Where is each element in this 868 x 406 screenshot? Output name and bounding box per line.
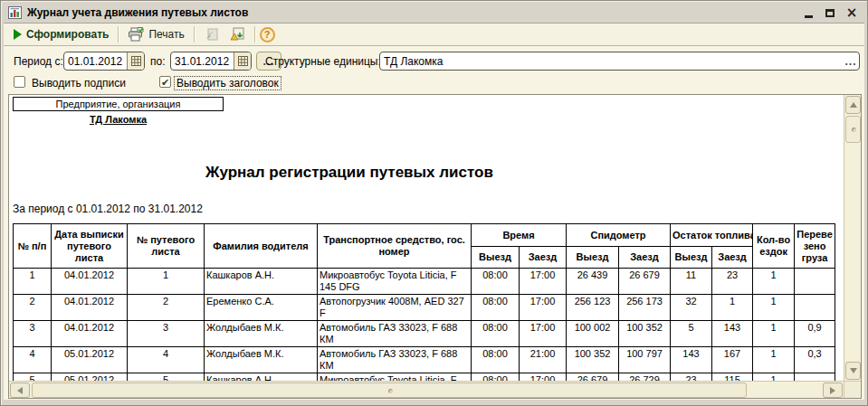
table-row: 405.01.20124Жолдыбаев М.К.Автомобиль ГАЗ…: [14, 347, 835, 373]
print-button[interactable]: Печать: [123, 25, 188, 43]
units-more-button[interactable]: ...: [843, 52, 859, 70]
scrollbar-corner: [844, 381, 861, 398]
table-row: 304.01.20123Жолдыбаев М.К.Автомобиль ГАЗ…: [14, 321, 835, 347]
calendar-grid-icon: [238, 56, 248, 66]
period-to-field[interactable]: [170, 52, 252, 71]
report-window-icon: [8, 6, 22, 19]
toolbar-separator: [254, 26, 255, 42]
table-cell: 3: [14, 321, 52, 347]
period-from-label: Период с:: [14, 55, 63, 68]
table-cell: Жолдыбаев М.К.: [205, 347, 318, 373]
vertical-scrollbar[interactable]: [844, 95, 861, 381]
maximize-button[interactable]: [824, 6, 836, 19]
table-cell: 2: [14, 295, 52, 321]
table-cell: 04.01.2012: [52, 269, 128, 295]
header-checkbox[interactable]: ✔: [159, 76, 171, 88]
arrow-down-icon: [850, 368, 857, 373]
table-cell: 17:00: [520, 269, 567, 295]
close-button[interactable]: ×: [845, 6, 858, 19]
period-to-input[interactable]: [171, 55, 234, 68]
printer-icon: [128, 27, 144, 42]
toolbar-separator: [118, 26, 119, 42]
table-cell: 4: [14, 347, 52, 373]
table-cell: 05.01.2012: [52, 373, 128, 382]
report-viewport: Предприятие, организация ТД Лакомка Журн…: [9, 95, 844, 381]
col-header-waybill-num: № путевого листа: [128, 224, 205, 269]
table-cell: 1: [753, 269, 795, 295]
table-cell: 167: [712, 347, 753, 373]
sub-header-out: Выезд: [472, 247, 520, 269]
generate-label: Сформировать: [26, 28, 109, 41]
table-cell: 256 123: [567, 295, 619, 321]
save-settings-icon: [229, 27, 245, 42]
table-cell: 23: [671, 373, 712, 382]
help-button[interactable]: ?: [260, 27, 275, 42]
options-row: Выводить подписи ✔ Выводить заголовок: [4, 75, 864, 91]
restore-settings-icon: [204, 27, 220, 42]
table-cell: [795, 373, 835, 382]
play-icon: [14, 29, 22, 40]
period-from-field[interactable]: [63, 52, 145, 71]
table-row: 505.01.20125Кашкаров А.Н.Микроавтобус To…: [14, 373, 835, 382]
arrow-right-icon: [830, 387, 835, 394]
col-header-trips: Кол-во ездок: [753, 224, 795, 269]
period-from-input[interactable]: [64, 55, 127, 68]
save-settings-button[interactable]: [224, 25, 250, 43]
thumb-grip: [852, 127, 856, 132]
filter-row: Период с: по:: [4, 51, 864, 72]
units-input[interactable]: [380, 55, 843, 68]
sub-header-in: Заезд: [520, 247, 567, 269]
table-cell: 1: [753, 321, 795, 347]
ellipsis-icon: ...: [844, 58, 856, 65]
table-cell: 26 439: [567, 269, 619, 295]
table-cell: 08:00: [472, 373, 520, 382]
maximize-icon: [825, 9, 835, 17]
generate-button[interactable]: Сформировать: [9, 26, 113, 42]
horizontal-scroll-thumb[interactable]: [32, 382, 747, 398]
scroll-right-button[interactable]: [823, 382, 843, 398]
org-header-cell: Предприятие, организация: [13, 97, 224, 111]
table-cell: 0,3: [795, 347, 835, 373]
report-panel: Предприятие, организация ТД Лакомка Журн…: [8, 94, 862, 399]
group-header-time: Время: [472, 224, 567, 247]
horizontal-scrollbar[interactable]: [9, 381, 844, 398]
table-cell: Еременко С.А.: [205, 295, 318, 321]
scroll-left-button[interactable]: [10, 382, 30, 398]
signatures-checkbox[interactable]: [14, 76, 25, 88]
table-cell: Микроавтобус Toyota Liticia, F: [318, 373, 472, 382]
table-cell: 100 797: [619, 347, 671, 373]
table-cell: 0,9: [795, 321, 835, 347]
header-checkbox-label[interactable]: Выводить заголовок: [175, 77, 281, 90]
table-cell: 1: [753, 347, 795, 373]
table-cell: 32: [671, 295, 712, 321]
minimize-button[interactable]: [802, 6, 815, 19]
col-header-issue-date: Дата выписки путевого листа: [52, 224, 128, 269]
signatures-checkbox-label[interactable]: Выводить подписи: [30, 77, 128, 90]
scroll-up-button[interactable]: [845, 96, 861, 114]
scroll-down-button[interactable]: [845, 362, 861, 380]
table-cell: 256 173: [619, 295, 671, 321]
vertical-scroll-thumb[interactable]: [845, 116, 861, 143]
table-cell: 08:00: [472, 321, 520, 347]
report-table-body: 104.01.20121Кашкаров А.Н.Микроавтобус To…: [14, 269, 835, 382]
toolbar-separator: [194, 26, 195, 42]
restore-settings-button[interactable]: [199, 25, 224, 43]
window-controls: ×: [802, 6, 858, 19]
table-cell: Кашкаров А.Н.: [205, 373, 318, 382]
table-cell: 3: [128, 321, 205, 347]
period-from-picker-button[interactable]: [127, 52, 144, 70]
col-header-vehicle: Транспортное средство, гос. номер: [318, 224, 472, 269]
table-cell: Автопогрузчик 4008М, AED 327 F: [318, 295, 472, 321]
table-cell: 5: [14, 373, 52, 382]
title-bar[interactable]: Журнал учета движения путевых листов ×: [3, 3, 865, 23]
table-row: 104.01.20121Кашкаров А.Н.Микроавтобус To…: [14, 269, 835, 295]
units-field[interactable]: ...: [379, 52, 860, 71]
table-cell: 1: [712, 295, 753, 321]
minimize-icon: [805, 15, 813, 18]
period-to-picker-button[interactable]: [234, 52, 251, 70]
col-header-cargo: Перевезено груза: [795, 224, 835, 269]
sub-header-in: Заезд: [712, 247, 753, 269]
table-cell: Микроавтобус Toyota Liticia, F 145 DFG: [318, 269, 472, 295]
org-name: ТД Лакомка: [13, 114, 224, 125]
help-icon: ?: [264, 29, 271, 40]
